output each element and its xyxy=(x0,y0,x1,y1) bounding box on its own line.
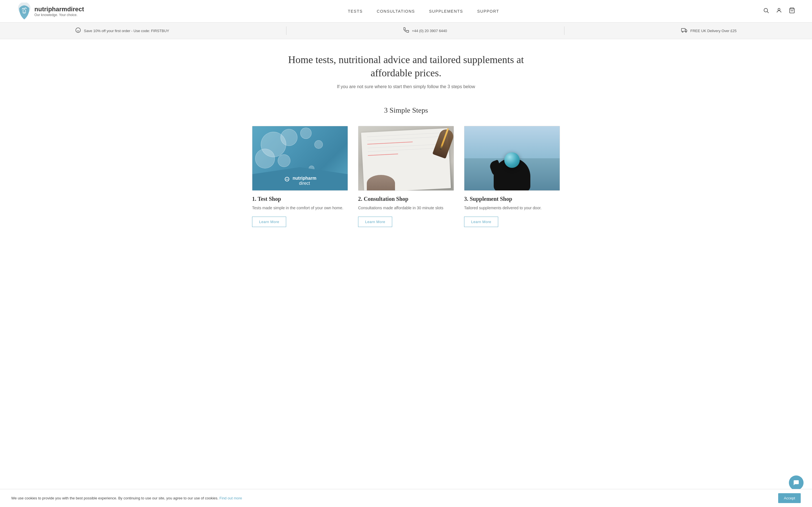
steps-section: 3 Simple Steps xyxy=(0,98,812,244)
step3-image xyxy=(464,126,560,191)
promo-text: Save 10% off your first order - Use code… xyxy=(84,29,169,33)
logo-icon xyxy=(17,3,32,20)
step3-title: 3. Supplement Shop xyxy=(464,196,560,202)
nav-consultations[interactable]: CONSULTATIONS xyxy=(377,9,415,13)
svg-point-10 xyxy=(682,31,683,32)
step-card-3: 3. Supplement Shop Tailored supplements … xyxy=(464,126,560,227)
bubble-5 xyxy=(278,154,290,167)
hero-heading: Home tests, nutritional advice and tailo… xyxy=(279,53,533,80)
step2-description: Consultations made affordable in 30 minu… xyxy=(358,205,454,211)
hero-section: Home tests, nutritional advice and tailo… xyxy=(0,39,812,98)
step2-image xyxy=(358,126,454,191)
header-actions xyxy=(763,7,795,15)
bubble-2 xyxy=(281,129,297,146)
step-card-1: nutripharmdirect 1. Test Shop Tests made… xyxy=(252,126,348,227)
delivery-item: FREE UK Delivery Over £25 xyxy=(681,27,737,34)
svg-point-2 xyxy=(764,8,768,12)
phone-text: +44 (0) 20 3907 6440 xyxy=(412,29,447,33)
svg-point-6 xyxy=(76,27,81,33)
step-card-2: 2. Consultation Shop Consultations made … xyxy=(358,126,454,227)
bubble-6 xyxy=(314,140,323,149)
phone-icon xyxy=(403,27,409,34)
divider-2 xyxy=(564,26,564,35)
header: nutripharmdirect Our knowledge. Your cho… xyxy=(0,0,812,22)
bubble-3 xyxy=(300,128,312,139)
delivery-icon xyxy=(681,27,688,34)
brand-tag-name: nutripharmdirect xyxy=(293,176,316,186)
phone-item: +44 (0) 20 3907 6440 xyxy=(403,27,447,34)
brand-name: nutripharmdirect xyxy=(35,6,84,13)
glass-sphere xyxy=(504,152,520,168)
hair xyxy=(367,175,395,190)
promo-item: Save 10% off your first order - Use code… xyxy=(75,27,169,34)
info-bar: Save 10% off your first order - Use code… xyxy=(0,22,812,39)
svg-point-11 xyxy=(686,31,687,32)
divider-1 xyxy=(286,26,287,35)
svg-line-3 xyxy=(767,11,769,13)
bubble-4 xyxy=(255,149,275,168)
step1-visual: nutripharmdirect xyxy=(252,126,348,190)
brand-tagline: Our knowledge. Your choice. xyxy=(35,13,84,17)
nav-supplements[interactable]: SUPPLEMENTS xyxy=(429,9,463,13)
svg-point-4 xyxy=(778,8,780,10)
steps-title: 3 Simple Steps xyxy=(17,106,795,115)
promo-icon xyxy=(75,27,81,34)
nav-support[interactable]: SUPPORT xyxy=(477,9,499,13)
step3-learn-more-button[interactable]: Learn More xyxy=(464,217,498,227)
brand-tag-icon xyxy=(284,177,290,185)
step2-learn-more-button[interactable]: Learn More xyxy=(358,217,392,227)
search-icon[interactable] xyxy=(763,7,769,15)
step3-visual xyxy=(464,126,560,190)
account-icon[interactable] xyxy=(776,7,782,15)
main-nav: TESTS CONSULTATIONS SUPPLEMENTS SUPPORT xyxy=(348,9,499,13)
logo[interactable]: nutripharmdirect Our knowledge. Your cho… xyxy=(17,3,84,20)
step1-title: 1. Test Shop xyxy=(252,196,348,202)
hero-subheading: If you are not sure where to start then … xyxy=(17,84,795,89)
step1-image: nutripharmdirect xyxy=(252,126,348,191)
step1-description: Tests made simple in the comfort of your… xyxy=(252,205,348,211)
cart-icon[interactable] xyxy=(789,7,795,15)
step2-title: 2. Consultation Shop xyxy=(358,196,454,202)
delivery-text: FREE UK Delivery Over £25 xyxy=(690,29,737,33)
nav-tests[interactable]: TESTS xyxy=(348,9,363,13)
notebook-lines xyxy=(367,133,444,159)
step3-description: Tailored supplements delivered to your d… xyxy=(464,205,560,211)
step1-learn-more-button[interactable]: Learn More xyxy=(252,217,286,227)
steps-grid: nutripharmdirect 1. Test Shop Tests made… xyxy=(237,126,575,227)
step2-visual xyxy=(358,126,454,190)
svg-rect-9 xyxy=(681,29,686,31)
brand-tag: nutripharmdirect xyxy=(252,167,348,190)
